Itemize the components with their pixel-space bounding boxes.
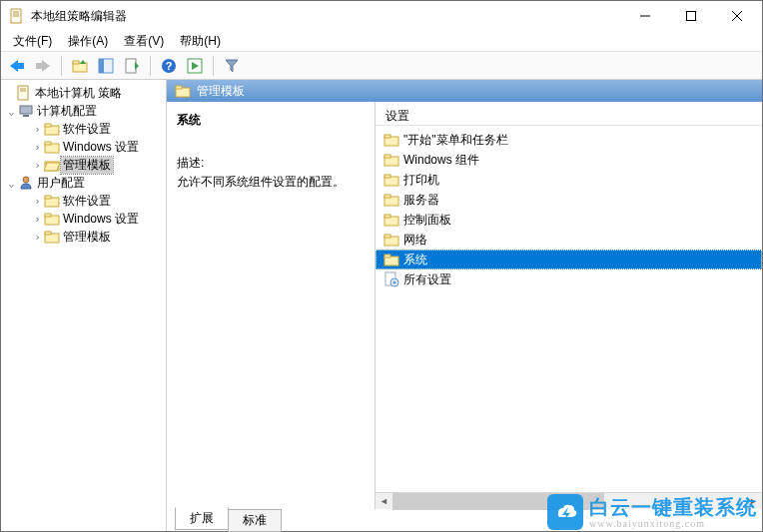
- svg-point-58: [393, 281, 396, 284]
- folder-icon: [44, 121, 60, 137]
- list-header-settings[interactable]: 设置: [376, 102, 762, 126]
- close-button[interactable]: [714, 1, 760, 31]
- svg-rect-55: [384, 255, 390, 258]
- tree-software-settings-2[interactable]: › 软件设置: [1, 192, 166, 210]
- menu-action[interactable]: 操作(A): [60, 31, 116, 52]
- scroll-left-icon[interactable]: ◄: [376, 493, 392, 510]
- svg-rect-53: [384, 235, 390, 238]
- folder-icon: [44, 229, 60, 245]
- list-item-label: 所有设置: [403, 271, 451, 288]
- tab-extended[interactable]: 扩展: [175, 507, 229, 530]
- expand-icon[interactable]: ›: [31, 232, 44, 243]
- list-item[interactable]: 控制面板: [376, 210, 762, 230]
- svg-rect-22: [18, 86, 28, 100]
- folder-icon: [44, 193, 60, 209]
- svg-rect-47: [384, 175, 390, 178]
- list-item-label: Windows 组件: [403, 152, 479, 169]
- tree-pane: 本地计算机 策略 ⌄ 计算机配置 › 软件设置 › Windows 设置: [1, 80, 167, 531]
- tree-user-config[interactable]: ⌄ 用户配置: [1, 174, 166, 192]
- show-hide-tree-button[interactable]: [94, 54, 118, 78]
- svg-rect-11: [73, 61, 79, 64]
- tree-computer-config[interactable]: ⌄ 计算机配置: [1, 102, 166, 120]
- svg-marker-20: [192, 62, 199, 70]
- list-item-label: 服务器: [403, 192, 439, 209]
- svg-marker-12: [80, 60, 86, 64]
- help-button[interactable]: ?: [157, 54, 181, 78]
- menu-help[interactable]: 帮助(H): [172, 31, 229, 52]
- settings-list: "开始"菜单和任务栏Windows 组件打印机服务器控制面板网络系统所有设置: [376, 130, 762, 492]
- minimize-button[interactable]: [622, 1, 668, 31]
- svg-marker-21: [226, 60, 238, 72]
- description-label: 描述:: [177, 155, 365, 172]
- folder-icon: [383, 152, 399, 168]
- watermark-url: www.baiyunxitong.com: [589, 518, 757, 529]
- svg-text:?: ?: [166, 60, 173, 72]
- svg-marker-8: [10, 60, 24, 72]
- svg-rect-41: [176, 86, 182, 89]
- svg-rect-30: [45, 142, 51, 145]
- expand-icon[interactable]: ›: [31, 124, 44, 135]
- watermark-text: 白云一键重装系统: [589, 496, 757, 518]
- tree-windows-settings-2[interactable]: › Windows 设置: [1, 210, 166, 228]
- svg-rect-35: [45, 196, 51, 199]
- svg-rect-39: [45, 232, 51, 235]
- list-item[interactable]: 打印机: [376, 170, 762, 190]
- expand-icon[interactable]: ›: [31, 214, 44, 225]
- tree-software-settings-1[interactable]: › 软件设置: [1, 120, 166, 138]
- tab-standard[interactable]: 标准: [228, 509, 282, 532]
- policy-icon: [16, 85, 32, 101]
- maximize-button[interactable]: [668, 1, 714, 31]
- collapse-icon[interactable]: ⌄: [5, 178, 18, 189]
- svg-marker-16: [135, 62, 139, 70]
- svg-rect-14: [99, 59, 104, 73]
- tree-windows-settings-1[interactable]: › Windows 设置: [1, 138, 166, 156]
- list-item[interactable]: 网络: [376, 230, 762, 250]
- tree-admin-templates-2[interactable]: › 管理模板: [1, 228, 166, 246]
- back-button[interactable]: [5, 54, 29, 78]
- menubar: 文件(F) 操作(A) 查看(V) 帮助(H): [1, 31, 762, 52]
- list-item[interactable]: 系统: [376, 250, 762, 269]
- list-item[interactable]: 所有设置: [376, 269, 762, 289]
- tree-root[interactable]: 本地计算机 策略: [1, 84, 166, 102]
- action-button[interactable]: [183, 54, 207, 78]
- svg-rect-25: [20, 106, 32, 114]
- folder-icon: [383, 132, 399, 148]
- list-item-label: 打印机: [403, 172, 439, 189]
- menu-view[interactable]: 查看(V): [116, 31, 172, 52]
- expand-icon[interactable]: ›: [31, 160, 44, 171]
- watermark-logo-icon: [547, 494, 583, 530]
- svg-marker-9: [36, 60, 50, 72]
- app-icon: [9, 8, 25, 24]
- forward-button[interactable]: [31, 54, 55, 78]
- folder-icon: [175, 83, 191, 99]
- expand-icon[interactable]: ›: [31, 142, 44, 153]
- list-item[interactable]: 服务器: [376, 190, 762, 210]
- collapse-icon[interactable]: ⌄: [5, 106, 18, 117]
- menu-file[interactable]: 文件(F): [5, 31, 60, 52]
- toolbar: ?: [1, 52, 762, 80]
- selected-title: 系统: [177, 112, 365, 129]
- svg-rect-15: [126, 59, 136, 73]
- svg-rect-37: [45, 214, 51, 217]
- properties-button[interactable]: [120, 54, 144, 78]
- user-icon: [18, 175, 34, 191]
- up-button[interactable]: [68, 54, 92, 78]
- list-item-label: 系统: [403, 252, 427, 268]
- list-item-label: "开始"菜单和任务栏: [403, 132, 508, 149]
- watermark: 白云一键重装系统 www.baiyunxitong.com: [547, 494, 757, 530]
- folder-open-icon: [44, 157, 60, 173]
- expand-icon[interactable]: ›: [31, 196, 44, 207]
- list-item[interactable]: Windows 组件: [376, 150, 762, 170]
- filter-button[interactable]: [220, 54, 244, 78]
- svg-rect-49: [384, 195, 390, 198]
- svg-point-33: [23, 177, 29, 183]
- list-item[interactable]: "开始"菜单和任务栏: [376, 130, 762, 150]
- tree-admin-templates-1[interactable]: › 管理模板: [1, 156, 166, 174]
- description-text: 允许不同系统组件设置的配置。: [177, 174, 365, 191]
- folder-icon: [383, 252, 399, 267]
- folder-icon: [383, 212, 399, 228]
- settings-icon: [383, 271, 399, 287]
- svg-rect-26: [23, 115, 29, 117]
- list-item-label: 控制面板: [403, 212, 451, 229]
- svg-marker-32: [44, 163, 60, 171]
